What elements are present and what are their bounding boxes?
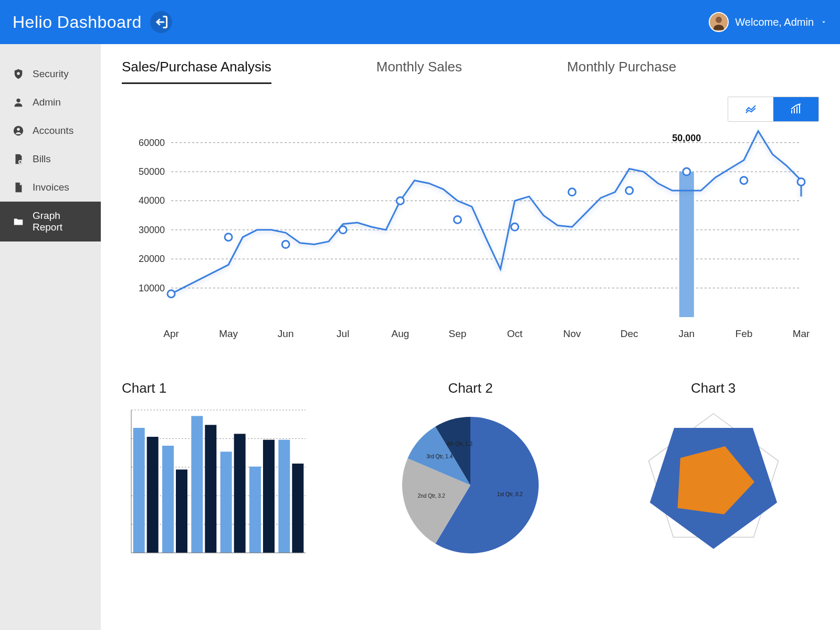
svg-rect-62: [234, 434, 246, 553]
svg-rect-61: [220, 452, 232, 553]
svg-text:60000: 60000: [139, 138, 165, 148]
chart1: Chart 1: [122, 380, 333, 560]
chevron-down-icon: [820, 18, 827, 26]
svg-point-4: [16, 99, 20, 102]
svg-text:Feb: Feb: [736, 328, 753, 339]
svg-point-6: [17, 128, 20, 131]
multiline-icon: [744, 103, 757, 116]
report-tabs: Sales/Purchase Analysis Monthly Sales Mo…: [122, 59, 819, 84]
svg-text:50000: 50000: [139, 166, 165, 177]
sidebar-item-accounts[interactable]: Accounts: [0, 117, 101, 145]
header: Helio Dashboard Welcome, Admin: [0, 0, 840, 44]
svg-point-36: [740, 177, 748, 184]
main-chart-svg: 10000200003000040000500006000050,000AprM…: [122, 97, 819, 349]
invoice-icon: [13, 182, 24, 193]
svg-rect-63: [249, 467, 261, 553]
chart1-svg: [122, 406, 311, 558]
svg-text:Sep: Sep: [449, 328, 467, 339]
header-left: Helio Dashboard: [13, 11, 172, 33]
svg-rect-65: [278, 440, 290, 553]
main-chart: 10000200003000040000500006000050,000AprM…: [122, 97, 819, 349]
svg-point-37: [797, 178, 805, 185]
svg-point-32: [511, 223, 519, 230]
svg-text:50,000: 50,000: [672, 133, 701, 143]
svg-text:Dec: Dec: [621, 328, 638, 339]
sidebar-item-label: Admin: [33, 97, 61, 108]
tab-monthly-purchase[interactable]: Monthly Purchase: [567, 59, 676, 84]
svg-text:30000: 30000: [139, 225, 165, 235]
tab-monthly-sales[interactable]: Monthly Sales: [376, 59, 462, 84]
sidebar-item-bills[interactable]: Bills: [0, 145, 101, 173]
bill-icon: [13, 153, 24, 165]
svg-text:May: May: [219, 328, 238, 339]
svg-point-30: [396, 197, 404, 204]
chart2-svg: 1st Qtr, 8.22nd Qtr, 3.23rd Qtr, 1.44th …: [386, 406, 554, 558]
svg-text:20000: 20000: [139, 254, 165, 264]
svg-text:2nd Qtr, 3.2: 2nd Qtr, 3.2: [418, 493, 446, 499]
svg-point-29: [339, 226, 346, 234]
svg-point-35: [683, 168, 690, 175]
account-icon: [13, 125, 24, 136]
welcome-text: Welcome, Admin: [735, 16, 814, 28]
svg-rect-59: [191, 416, 203, 553]
svg-point-3: [17, 72, 20, 75]
svg-rect-55: [133, 428, 145, 553]
sidebar-item-label: Bills: [33, 153, 51, 165]
sidebar-item-label: Accounts: [33, 125, 74, 136]
chart3-title: Chart 3: [607, 380, 819, 396]
svg-text:Jul: Jul: [337, 328, 349, 339]
sidebar-item-label: Security: [33, 68, 69, 80]
svg-text:Apr: Apr: [163, 328, 179, 339]
svg-point-27: [225, 234, 232, 241]
svg-point-31: [454, 216, 461, 223]
svg-text:1st Qtr, 8.2: 1st Qtr, 8.2: [497, 491, 523, 497]
shield-icon: [13, 68, 24, 80]
avatar: [709, 12, 729, 32]
header-right[interactable]: Welcome, Admin: [709, 12, 827, 32]
tab-sales-purchase-analysis[interactable]: Sales/Purchase Analysis: [122, 59, 271, 84]
chart2: Chart 2 1st Qtr, 8.22nd Qtr, 3.23rd Qtr,…: [365, 380, 576, 560]
toggle-multiline-button[interactable]: [728, 97, 773, 121]
svg-rect-24: [679, 172, 694, 317]
svg-rect-60: [205, 425, 216, 553]
main-content: Sales/Purchase Analysis Monthly Sales Mo…: [101, 44, 840, 630]
svg-point-2: [716, 17, 722, 23]
person-icon: [13, 97, 24, 108]
svg-rect-66: [292, 464, 303, 553]
svg-rect-57: [162, 446, 174, 553]
svg-rect-58: [176, 469, 187, 553]
sidebar-item-invoices[interactable]: Invoices: [0, 173, 101, 202]
small-charts-row: Chart 1 Chart 2 1st Qtr, 8.22nd Qtr, 3.2…: [122, 380, 819, 560]
sidebar: Security Admin Accounts Bills Invoices G…: [0, 44, 101, 630]
svg-text:10000: 10000: [139, 283, 165, 293]
brand-title: Helio Dashboard: [13, 13, 142, 32]
sidebar-item-label: Graph Report: [33, 210, 88, 233]
logout-button[interactable]: [150, 11, 172, 33]
svg-text:40000: 40000: [139, 195, 165, 206]
chart-type-toggle: [728, 97, 819, 122]
sidebar-item-admin[interactable]: Admin: [0, 88, 101, 117]
sidebar-item-label: Invoices: [33, 182, 69, 193]
svg-text:Mar: Mar: [793, 328, 810, 339]
chart2-title: Chart 2: [365, 380, 576, 396]
svg-rect-56: [147, 437, 159, 553]
svg-point-33: [569, 188, 576, 196]
svg-point-28: [282, 241, 289, 248]
svg-rect-64: [263, 440, 275, 553]
sidebar-item-graph-report[interactable]: Graph Report: [0, 202, 101, 242]
svg-text:Oct: Oct: [507, 328, 523, 339]
chart1-title: Chart 1: [122, 380, 333, 396]
logout-icon: [154, 15, 169, 29]
svg-text:Jun: Jun: [278, 328, 294, 339]
svg-text:Nov: Nov: [563, 328, 581, 339]
svg-text:Jan: Jan: [678, 328, 695, 339]
svg-point-26: [167, 290, 175, 298]
trend-bar-icon: [790, 103, 802, 116]
svg-text:Aug: Aug: [391, 328, 409, 339]
svg-point-34: [626, 187, 633, 194]
folder-icon: [13, 216, 24, 227]
toggle-bar-button[interactable]: [773, 97, 818, 121]
chart3-svg: [629, 406, 797, 558]
chart3: Chart 3: [607, 380, 819, 560]
sidebar-item-security[interactable]: Security: [0, 60, 101, 88]
